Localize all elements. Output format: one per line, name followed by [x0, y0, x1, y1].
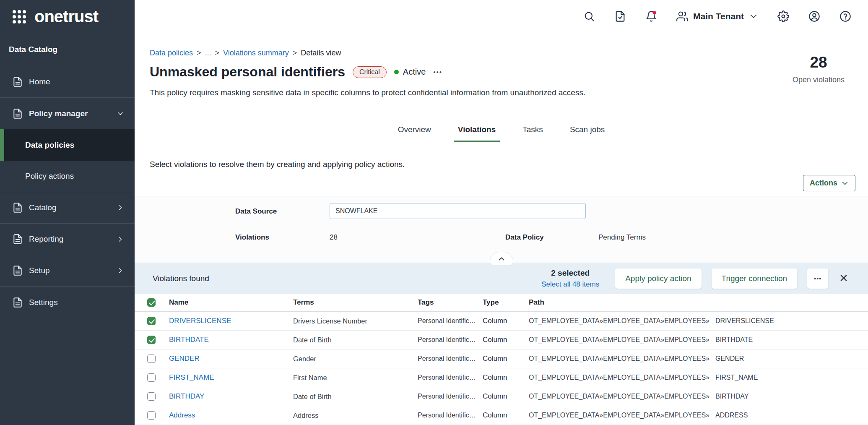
app-grid-icon[interactable] — [13, 10, 26, 23]
column-header-name[interactable]: Name — [169, 298, 293, 307]
document-icon — [12, 108, 23, 119]
document-icon — [12, 297, 23, 308]
sidebar-item-label: Home — [29, 77, 125, 86]
sidebar-item-label: Setup — [29, 266, 116, 275]
violation-tags: Personal Identificat... — [418, 412, 483, 419]
page-title: Unmasked personal identifiers — [150, 64, 345, 80]
column-header-type[interactable]: Type — [483, 298, 529, 307]
onetrust-wordmark: onetrust — [34, 7, 98, 26]
actions-button[interactable]: Actions — [803, 175, 855, 191]
row-checkbox[interactable] — [147, 355, 156, 363]
users-icon — [676, 10, 688, 22]
row-checkbox[interactable] — [147, 317, 156, 325]
apply-policy-action-button[interactable]: Apply policy action — [615, 269, 701, 289]
main-content: Data policies > ... > Violations summary… — [135, 34, 868, 425]
chevron-up-icon — [498, 255, 505, 263]
table-row[interactable]: FIRST_NAME First Name Personal Identific… — [135, 368, 868, 387]
violation-type: Column — [483, 392, 529, 401]
violation-name-link[interactable]: BIRTHDATE — [169, 336, 209, 344]
violation-name-link[interactable]: GENDER — [169, 355, 200, 362]
sidebar: onetrust Data Catalog Home Policy manage… — [0, 0, 135, 425]
bell-icon[interactable] — [645, 10, 657, 22]
violation-path: OT_EMPLOYEE_DATA»EMPLOYEE_DATA»EMPLOYEES… — [529, 393, 868, 400]
violations-found-title: Violations found — [153, 274, 531, 283]
violation-path: OT_EMPLOYEE_DATA»EMPLOYEE_DATA»EMPLOYEES… — [529, 336, 868, 344]
status-label: Active — [403, 67, 426, 77]
violation-name-link[interactable]: Address — [169, 411, 195, 419]
violation-tags: Personal Identificat... — [418, 336, 483, 344]
close-icon[interactable]: ✕ — [838, 272, 849, 285]
sidebar-item-settings[interactable]: Settings — [0, 287, 135, 318]
data-source-input[interactable] — [330, 203, 586, 219]
sidebar-item-label: Reporting — [29, 235, 116, 244]
table-header: Name Terms Tags Type Path — [135, 294, 868, 312]
tabs-bar: Overview Violations Tasks Scan jobs — [135, 117, 868, 142]
table-row[interactable]: BIRTHDAY Date of Birth Personal Identifi… — [135, 387, 868, 406]
sidebar-item-label: Policy actions — [25, 172, 74, 181]
table-row[interactable]: Address Address Personal Identificat... … — [135, 406, 868, 425]
violation-name-link[interactable]: FIRST_NAME — [169, 373, 214, 381]
breadcrumb-link-collapsed[interactable]: ... — [205, 49, 211, 57]
violation-terms: Address — [293, 412, 418, 420]
row-checkbox[interactable] — [147, 392, 156, 401]
column-header-terms[interactable]: Terms — [293, 298, 418, 307]
path-leaf: DRIVERSLICENSE — [715, 317, 774, 324]
breadcrumb-separator: > — [197, 49, 201, 57]
tab-overview[interactable]: Overview — [396, 125, 433, 142]
sidebar-item-policy-actions[interactable]: Policy actions — [0, 161, 135, 192]
path-prefix: OT_EMPLOYEE_DATA»EMPLOYEE_DATA»EMPLOYEES… — [529, 412, 709, 419]
breadcrumb-link-violations-summary[interactable]: Violations summary — [223, 49, 289, 57]
chevron-right-icon — [116, 235, 125, 243]
more-options-icon[interactable]: ••• — [433, 68, 442, 76]
tenant-switcher[interactable]: Main Tenant — [676, 10, 758, 22]
table-row[interactable]: BIRTHDATE Date of Birth Personal Identif… — [135, 331, 868, 349]
violation-name-link[interactable]: BIRTHDAY — [169, 392, 204, 400]
row-checkbox[interactable] — [147, 373, 156, 382]
violation-name-link[interactable]: DRIVERSLICENSE — [169, 317, 231, 325]
tab-scan-jobs[interactable]: Scan jobs — [568, 125, 606, 142]
tab-violations[interactable]: Violations — [456, 125, 497, 142]
violation-terms: Drivers License Number — [293, 317, 418, 325]
collapse-panel-button[interactable] — [490, 252, 513, 265]
tenant-label: Main Tenant — [693, 11, 744, 21]
search-icon[interactable] — [583, 10, 595, 22]
table-row[interactable]: GENDER Gender Personal Identificat... Co… — [135, 349, 868, 368]
row-checkbox[interactable] — [147, 411, 156, 420]
document-check-icon[interactable] — [614, 10, 626, 22]
instruction-section: Select violations to resolve them by cre… — [135, 142, 868, 196]
sidebar-item-setup[interactable]: Setup — [0, 255, 135, 287]
sidebar-item-data-policies[interactable]: Data policies — [0, 129, 135, 161]
account-icon[interactable] — [808, 10, 820, 22]
sidebar-item-label: Catalog — [29, 203, 116, 212]
notification-dot — [653, 11, 656, 14]
tab-tasks[interactable]: Tasks — [521, 125, 545, 142]
row-checkbox[interactable] — [147, 336, 156, 344]
violation-tags: Personal Identificat... — [418, 374, 483, 381]
column-header-path[interactable]: Path — [529, 298, 868, 307]
table-row[interactable]: DRIVERSLICENSE Drivers License Number Pe… — [135, 312, 868, 331]
select-all-link[interactable]: Select all 48 items — [541, 280, 599, 289]
help-icon[interactable] — [839, 10, 851, 22]
sidebar-item-catalog[interactable]: Catalog — [0, 192, 135, 224]
path-prefix: OT_EMPLOYEE_DATA»EMPLOYEE_DATA»EMPLOYEES… — [529, 317, 709, 324]
path-leaf: BIRTHDAY — [715, 393, 748, 400]
path-prefix: OT_EMPLOYEE_DATA»EMPLOYEE_DATA»EMPLOYEES… — [529, 393, 709, 400]
select-all-checkbox[interactable] — [147, 298, 156, 307]
breadcrumb-separator: > — [215, 49, 220, 57]
logo[interactable]: onetrust — [0, 0, 135, 33]
gear-icon[interactable] — [777, 10, 789, 22]
path-prefix: OT_EMPLOYEE_DATA»EMPLOYEE_DATA»EMPLOYEES… — [529, 336, 709, 343]
sidebar-item-home[interactable]: Home — [0, 66, 135, 98]
column-header-tags[interactable]: Tags — [418, 298, 483, 307]
path-prefix: OT_EMPLOYEE_DATA»EMPLOYEE_DATA»EMPLOYEES… — [529, 374, 709, 381]
sidebar-item-reporting[interactable]: Reporting — [0, 224, 135, 255]
more-options-button[interactable]: ••• — [807, 269, 828, 289]
status-indicator: Active — [394, 67, 426, 77]
breadcrumb-link-data-policies[interactable]: Data policies — [150, 49, 193, 57]
violation-tags: Personal Identificat... — [418, 317, 483, 325]
path-leaf: ADDRESS — [715, 412, 748, 419]
page-header: Data policies > ... > Violations summary… — [135, 34, 868, 117]
sidebar-item-policy-manager[interactable]: Policy manager — [0, 98, 135, 129]
trigger-connection-button[interactable]: Trigger connection — [712, 269, 798, 289]
chevron-right-icon — [116, 203, 125, 212]
